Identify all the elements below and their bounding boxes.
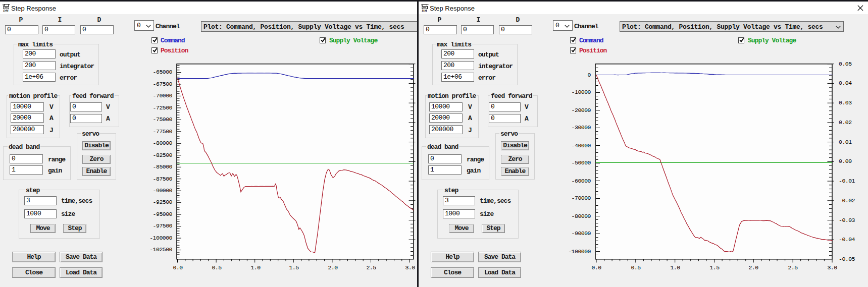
svg-text:DM: DM <box>421 9 427 12</box>
svg-text:DM: DM <box>3 9 9 12</box>
